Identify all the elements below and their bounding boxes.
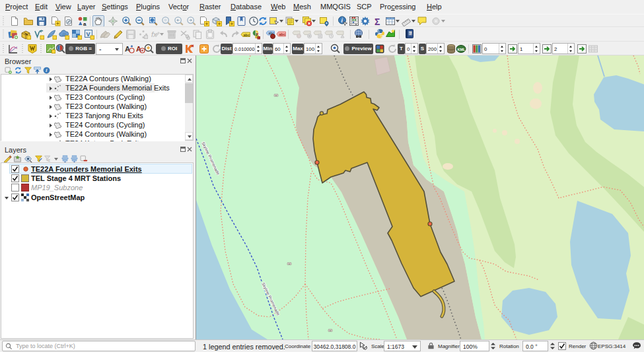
svg-text:ε: ε: [48, 158, 50, 162]
svg-text:Σ: Σ: [375, 17, 380, 27]
svg-text:KML: KML: [458, 48, 466, 52]
svg-text:V: V: [87, 31, 90, 38]
svg-text:?: ?: [409, 31, 411, 36]
svg-text:abc: abc: [244, 33, 250, 37]
svg-text:a: a: [83, 21, 87, 26]
svg-text:abc: abc: [279, 32, 285, 36]
